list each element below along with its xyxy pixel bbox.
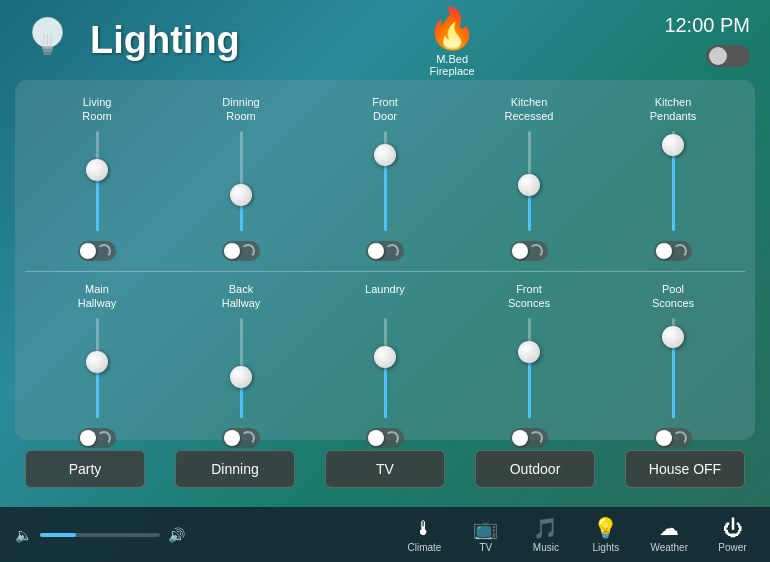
bottom-nav: 🔈 🔊 🌡Climate📺TV🎵Music💡Lights☁Weather⏻Pow… xyxy=(0,507,770,562)
slider-label: LivingRoom xyxy=(82,95,111,123)
slider-fill xyxy=(384,161,387,231)
slider-thumb[interactable] xyxy=(374,144,396,166)
toggle-arc xyxy=(673,431,687,445)
light-toggle[interactable] xyxy=(654,428,692,448)
clock-display: 12:00 PM xyxy=(664,14,750,37)
slider-unit-2: FrontDoor xyxy=(325,95,445,261)
music-label: Music xyxy=(533,542,559,553)
toggle-arc xyxy=(241,244,255,258)
slider-unit-2: Laundry xyxy=(325,282,445,448)
slider-thumb[interactable] xyxy=(86,351,108,373)
svg-rect-1 xyxy=(42,46,53,49)
toggle-arc xyxy=(385,244,399,258)
slider-container[interactable] xyxy=(375,131,395,231)
volume-up-icon[interactable]: 🔊 xyxy=(168,527,185,543)
climate-label: Climate xyxy=(407,542,441,553)
svg-rect-2 xyxy=(43,49,53,52)
slider-unit-4: KitchenPendants xyxy=(613,95,733,261)
light-toggle[interactable] xyxy=(222,241,260,261)
light-toggle[interactable] xyxy=(510,241,548,261)
slider-container[interactable] xyxy=(375,318,395,418)
slider-thumb[interactable] xyxy=(86,159,108,181)
preset-dinning-button[interactable]: Dinning xyxy=(175,450,295,488)
sliders-row-1: LivingRoomDinningRoomFrontDoorKitchenRec… xyxy=(25,95,745,261)
light-toggle[interactable] xyxy=(222,428,260,448)
volume-bar[interactable] xyxy=(40,533,160,537)
light-toggle[interactable] xyxy=(654,241,692,261)
light-toggle[interactable] xyxy=(78,241,116,261)
preset-outdoor-button[interactable]: Outdoor xyxy=(475,450,595,488)
main-toggle[interactable] xyxy=(706,45,750,67)
weather-icon: ☁ xyxy=(659,516,679,540)
toggle-knob xyxy=(80,243,96,259)
nav-tv[interactable]: 📺TV xyxy=(458,511,513,558)
slider-label: BackHallway xyxy=(222,282,261,310)
slider-thumb[interactable] xyxy=(662,134,684,156)
preset-party-button[interactable]: Party xyxy=(25,450,145,488)
toggle-knob xyxy=(709,47,727,65)
light-toggle[interactable] xyxy=(366,428,404,448)
header-right: 12:00 PM xyxy=(664,14,750,67)
slider-container[interactable] xyxy=(231,131,251,231)
slider-container[interactable] xyxy=(87,318,107,418)
toggle-arc xyxy=(529,431,543,445)
preset-bar: PartyDinningTVOutdoorHouse OFF xyxy=(0,440,770,498)
tv-icon: 📺 xyxy=(473,516,498,540)
fireplace-label: M.BedFireplace xyxy=(429,53,474,77)
volume-down-icon[interactable]: 🔈 xyxy=(15,527,32,543)
slider-label: KitchenPendants xyxy=(650,95,696,123)
toggle-knob xyxy=(368,430,384,446)
slider-thumb[interactable] xyxy=(230,366,252,388)
climate-icon: 🌡 xyxy=(414,517,434,540)
slider-fill xyxy=(672,343,675,418)
slider-container[interactable] xyxy=(519,131,539,231)
slider-container[interactable] xyxy=(663,318,683,418)
slider-container[interactable] xyxy=(519,318,539,418)
slider-label: FrontSconces xyxy=(508,282,550,310)
preset-house-off-button[interactable]: House OFF xyxy=(625,450,745,488)
row-divider xyxy=(25,271,745,272)
slider-thumb[interactable] xyxy=(230,184,252,206)
nav-music[interactable]: 🎵Music xyxy=(518,511,573,558)
sliders-row-2: MainHallwayBackHallwayLaundryFrontSconce… xyxy=(25,282,745,448)
light-toggle[interactable] xyxy=(510,428,548,448)
toggle-knob xyxy=(656,430,672,446)
toggle-knob xyxy=(512,243,528,259)
svg-rect-3 xyxy=(43,52,51,55)
preset-tv-button[interactable]: TV xyxy=(325,450,445,488)
slider-label: PoolSconces xyxy=(652,282,694,310)
weather-label: Weather xyxy=(650,542,688,553)
toggle-arc xyxy=(97,244,111,258)
toggle-knob xyxy=(368,243,384,259)
slider-fill xyxy=(384,363,387,418)
toggle-knob xyxy=(224,430,240,446)
slider-fill xyxy=(240,383,243,418)
slider-unit-1: DinningRoom xyxy=(181,95,301,261)
slider-container[interactable] xyxy=(87,131,107,231)
light-toggle[interactable] xyxy=(366,241,404,261)
nav-lights[interactable]: 💡Lights xyxy=(578,511,633,558)
page-title: Lighting xyxy=(90,19,240,62)
slider-container[interactable] xyxy=(663,131,683,231)
bulb-icon xyxy=(20,13,75,68)
slider-thumb[interactable] xyxy=(374,346,396,368)
toggle-knob xyxy=(512,430,528,446)
slider-thumb[interactable] xyxy=(518,341,540,363)
tv-label: TV xyxy=(479,542,492,553)
power-label: Power xyxy=(718,542,746,553)
lights-icon: 💡 xyxy=(593,516,618,540)
slider-thumb[interactable] xyxy=(518,174,540,196)
main-panel: LivingRoomDinningRoomFrontDoorKitchenRec… xyxy=(15,80,755,440)
nav-power[interactable]: ⏻Power xyxy=(705,512,760,558)
slider-container[interactable] xyxy=(231,318,251,418)
nav-climate[interactable]: 🌡Climate xyxy=(395,512,453,558)
slider-thumb[interactable] xyxy=(662,326,684,348)
fireplace-icon[interactable]: 🔥 xyxy=(422,3,482,53)
toggle-arc xyxy=(529,244,543,258)
nav-weather[interactable]: ☁Weather xyxy=(638,511,700,558)
slider-label: Laundry xyxy=(365,282,405,310)
slider-label: MainHallway xyxy=(78,282,117,310)
slider-fill xyxy=(528,191,531,231)
light-toggle[interactable] xyxy=(78,428,116,448)
slider-unit-1: BackHallway xyxy=(181,282,301,448)
